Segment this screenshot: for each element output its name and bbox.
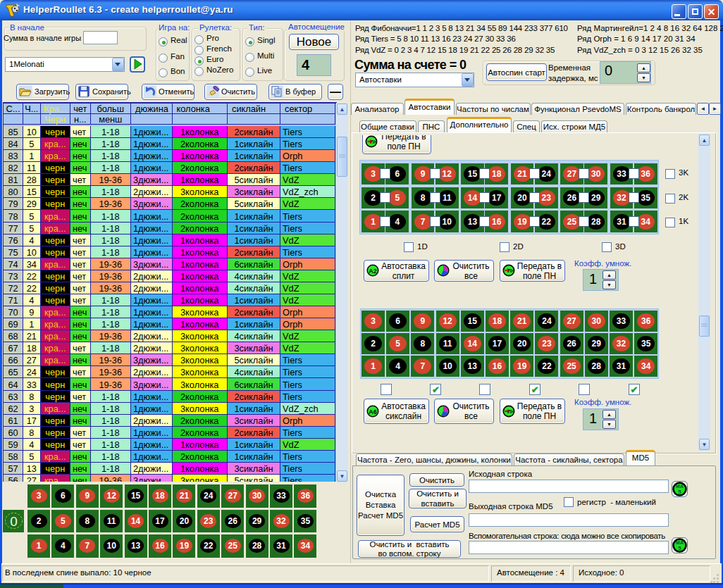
svg-text:0: 0 (10, 514, 18, 529)
svg-text:ПН: ПН (508, 409, 515, 414)
svg-text:A6: A6 (369, 408, 377, 415)
svg-text:ПН: ПН (371, 139, 378, 144)
svg-text:A2: A2 (369, 268, 377, 275)
svg-text:5: 5 (678, 545, 681, 551)
svg-text:ПН: ПН (508, 268, 515, 273)
svg-text:МА: МА (676, 540, 684, 545)
svg-text:МА: МА (676, 484, 684, 489)
svg-text:5: 5 (678, 489, 681, 495)
